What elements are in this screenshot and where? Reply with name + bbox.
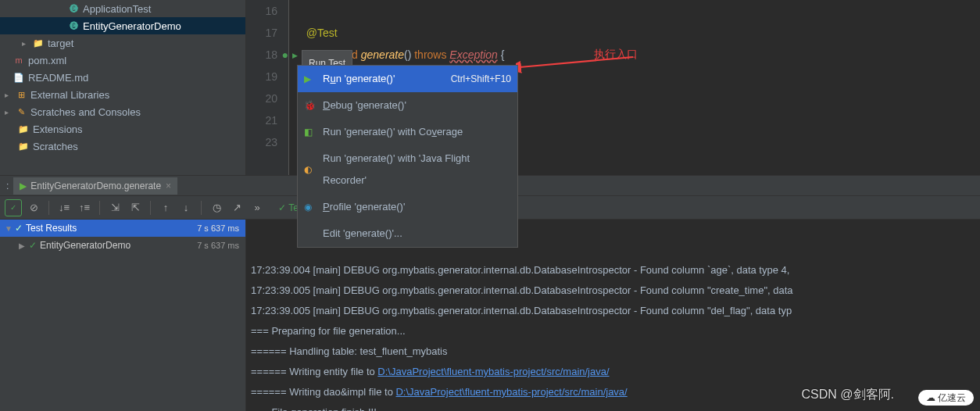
menu-icon: 🐞 [304,95,318,116]
menu-label: Profile 'generate()' [323,196,511,218]
file-link[interactable]: D:\JavaProject\fluent-mybatis-project/sr… [395,386,627,398]
context-menu[interactable]: ▶Run 'generate()'Ctrl+Shift+F10🐞Debug 'g… [297,65,518,248]
expand-button[interactable]: ⇲ [106,199,123,216]
menu-icon: ▶ [304,68,318,90]
test-result-row[interactable]: ▼✓Test Results7 s 637 ms [0,220,245,237]
collapse-button[interactable]: ⇱ [127,199,144,216]
menu-icon: ◐ [304,159,318,180]
console-line: === Preparing for file generation... [251,321,975,341]
line-number: 20 [246,88,277,109]
file-icon: 📁 [17,140,30,152]
run-tab[interactable]: ▶ EntityGeneratorDemo.generate × [13,177,177,195]
tree-item[interactable]: 📁Extensions [0,120,245,138]
code-editor[interactable]: 161718●▶19202123 @Test public void gener… [246,0,980,175]
project-tree[interactable]: 🅒ApplicationTest🅒EntityGeneratorDemo▸📁ta… [0,0,246,175]
tree-item-label: Extensions [33,123,83,135]
menu-label: Debug 'generate()' [323,95,511,116]
sort-up-button[interactable]: ↑≡ [76,199,93,216]
play-icon: ▶ [20,180,27,191]
menu-label: Edit 'generate()'... [323,223,511,245]
console-line: ====== Writing entity file to D:\JavaPro… [251,362,975,382]
line-number: 18●▶ [246,44,277,66]
more-button[interactable]: » [249,199,266,216]
menu-label: Run 'generate()' [323,68,451,90]
line-number: 19 [246,66,277,88]
tree-item-label: Scratches [33,141,78,152]
menu-item[interactable]: ◐Run 'generate()' with 'Java Flight Reco… [298,145,517,194]
console-output[interactable]: 17:23:39.004 [main] DEBUG org.mybatis.ge… [246,220,980,411]
file-icon: 🅒 [67,2,80,15]
check-icon: ✓ [15,223,23,234]
tree-item-label: EntityGeneratorDemo [83,20,181,32]
menu-label: Run 'generate()' with Coverage [323,121,511,143]
yisu-watermark: ☁ 亿速云 [918,391,974,405]
menu-item[interactable]: 🐞Debug 'generate()' [298,92,517,119]
history-button[interactable]: ◷ [208,199,225,216]
tree-item-label: External Libraries [30,89,109,101]
check-icon: ✓ [29,240,37,251]
line-number: 17 [246,22,277,44]
stop-button[interactable]: ⊘ [25,199,42,216]
console-line: ====== Handling table: test_fluent_mybat… [251,341,975,362]
annotation: @Test [306,27,338,39]
console-line: === File generation finish !!! [251,402,975,411]
tree-item-label: Scratches and Consoles [30,106,141,118]
line-number: 16 [246,0,277,22]
line-number: 23 [246,131,277,153]
export-button[interactable]: ↗ [228,199,245,216]
test-results-tree[interactable]: ▼✓Test Results7 s 637 ms▶✓EntityGenerato… [0,220,246,411]
tree-item[interactable]: mpom.xml [0,52,245,69]
file-icon: 📄 [13,71,25,84]
console-line: 17:23:39.005 [main] DEBUG org.mybatis.ge… [251,281,975,301]
tree-item-label: README.md [28,72,88,84]
down-button[interactable]: ↓ [177,199,195,216]
tree-item[interactable]: 📄README.md [0,69,245,86]
menu-item[interactable]: Edit 'generate()'... [298,220,517,247]
menu-shortcut: Ctrl+Shift+F10 [451,68,511,90]
tree-item[interactable]: ▸⊞External Libraries [0,86,245,103]
close-icon[interactable]: × [166,180,171,191]
sort-down-button[interactable]: ↓≡ [55,199,73,216]
check-button[interactable]: ✓ [5,199,22,216]
code-area[interactable]: @Test public void generate() throws Exce… [289,0,980,175]
tree-item-label: ApplicationTest [83,3,151,15]
tree-item[interactable]: 🅒EntityGeneratorDemo [0,17,245,34]
line-gutter: 161718●▶19202123 [246,0,289,175]
file-link[interactable]: D:\JavaProject\fluent-mybatis-project/sr… [377,366,609,377]
tree-item[interactable]: 🅒ApplicationTest [0,0,245,17]
tree-item-label: pom.xml [28,55,66,66]
menu-item[interactable]: ◧Run 'generate()' with Coverage [298,119,517,145]
menu-icon: ◧ [304,121,318,143]
menu-item[interactable]: ▶Run 'generate()'Ctrl+Shift+F10 [298,66,517,92]
file-icon: 🅒 [67,20,80,32]
tree-item-label: target [48,38,73,49]
tree-item[interactable]: ▸📁target [0,34,245,52]
tree-item[interactable]: ▸✎Scratches and Consoles [0,103,245,120]
csdn-watermark: CSDN @剑客阿. [802,387,894,403]
file-icon: m [13,54,25,66]
menu-item[interactable]: ◉Profile 'generate()' [298,194,517,220]
console-line: 17:23:39.004 [main] DEBUG org.mybatis.ge… [251,260,975,281]
test-result-row[interactable]: ▶✓EntityGeneratorDemo7 s 637 ms [0,237,245,254]
menu-icon: ◉ [304,196,318,218]
tree-item[interactable]: 📁Scratches [0,138,245,155]
up-button[interactable]: ↑ [157,199,174,216]
console-line: 17:23:39.005 [main] DEBUG org.mybatis.ge… [251,301,975,321]
menu-label: Run 'generate()' with 'Java Flight Recor… [323,148,511,191]
line-number: 21 [246,109,277,131]
file-icon: 📁 [17,123,30,135]
